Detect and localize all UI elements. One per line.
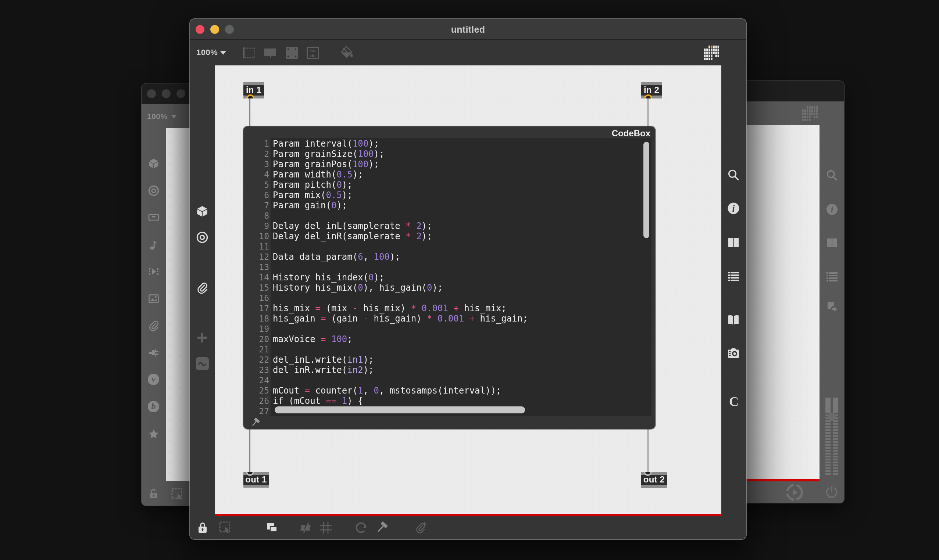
paint-bucket-icon[interactable] (340, 45, 353, 59)
gain-meters-icon[interactable] (825, 398, 838, 477)
code-line[interactable]: Delay del_inL(samplerate * 2); (273, 221, 528, 231)
outlet-object-out1[interactable]: out 1 (244, 472, 269, 488)
plug-icon[interactable] (148, 347, 160, 358)
paperclip-icon[interactable] (148, 320, 160, 331)
code-line[interactable] (273, 242, 528, 252)
svg-text:co: co (310, 48, 315, 53)
line-number: 24 (244, 375, 269, 385)
beap-icon[interactable]: b (148, 401, 159, 412)
line-number: 1 (244, 138, 269, 149)
code-line[interactable] (273, 293, 528, 303)
paperclip-icon[interactable] (196, 282, 208, 294)
pages-icon[interactable] (727, 236, 740, 249)
audio-target-icon[interactable] (196, 231, 208, 244)
drawer-icon[interactable] (148, 212, 160, 223)
bg-left-select-tool-icon[interactable] (171, 488, 184, 501)
minimize-button-inactive[interactable] (162, 89, 171, 98)
image-icon[interactable] (148, 293, 160, 305)
code-line[interactable]: Param width(0.5); (273, 169, 528, 180)
code-line[interactable]: Param gain(0); (273, 200, 528, 211)
book-icon[interactable] (727, 314, 740, 326)
inlet-object-in1[interactable]: in 1 (244, 82, 264, 98)
clip-add-icon[interactable] (414, 521, 427, 534)
codebox-title: CodeBox (612, 128, 651, 138)
code-line[interactable]: his_mix = (mix - his_mix) * 0.001 + his_… (273, 303, 528, 314)
codebox-object[interactable]: CodeBox 12345678910111213141516171819202… (244, 126, 655, 429)
bg-left-zoom-level[interactable]: 100% (147, 112, 168, 121)
gen-code-icon[interactable]: code (306, 46, 319, 60)
patch-cord-out2[interactable] (647, 429, 649, 472)
search-icon[interactable] (826, 169, 838, 182)
zoom-button-inactive[interactable] (176, 89, 185, 98)
code-line[interactable]: del_inR.write(in2); (273, 365, 528, 375)
chevron-down-icon[interactable] (220, 51, 226, 55)
browser-grid-icon[interactable] (802, 106, 818, 121)
list-icon[interactable] (826, 271, 838, 283)
code-line[interactable]: Param pitch(0); (273, 180, 528, 190)
select-tool-icon[interactable] (219, 521, 232, 534)
patch-cord-in1[interactable] (249, 98, 251, 126)
code-line[interactable]: if (mCout == 1) { (273, 396, 528, 406)
close-button-inactive[interactable] (147, 89, 156, 98)
list-icon[interactable] (727, 270, 740, 283)
code-line[interactable] (273, 375, 528, 385)
info-icon[interactable]: i (727, 202, 740, 215)
codebox-editor[interactable]: Param interval(100);Param grainSize(100)… (271, 138, 652, 416)
code-line[interactable]: History his_mix(0), his_gain(0); (273, 283, 528, 293)
code-line[interactable]: his_gain = (gain - his_gain) * 0.001 + h… (273, 314, 528, 324)
code-line[interactable]: mCout = counter(1, 0, mstosamps(interval… (273, 385, 528, 396)
code-line[interactable] (273, 324, 528, 334)
object-palette-cube-icon[interactable] (148, 158, 160, 169)
inlet-label: in 2 (641, 85, 662, 95)
pages-icon[interactable] (826, 237, 838, 249)
console-icon[interactable]: C (728, 395, 740, 408)
comment-icon[interactable] (264, 46, 277, 60)
power-icon[interactable] (825, 485, 839, 499)
object-palette-cube-icon[interactable] (196, 205, 208, 217)
lock-icon[interactable] (196, 521, 209, 534)
code-line[interactable]: Param grainSize(100); (273, 149, 528, 159)
export-icon[interactable] (826, 300, 838, 313)
codebox-vertical-scrollbar[interactable] (643, 142, 649, 238)
inlet-object-in2[interactable]: in 2 (641, 82, 662, 98)
code-line[interactable]: Data data_param(6, 100); (273, 252, 528, 262)
star-icon[interactable] (148, 428, 160, 440)
unlock-icon[interactable] (148, 488, 160, 500)
add-icon[interactable] (196, 332, 208, 343)
audio-target-icon[interactable] (148, 185, 160, 197)
code-line[interactable] (273, 344, 528, 355)
code-line[interactable]: Delay del_inR(samplerate * 2); (273, 231, 528, 242)
code-line[interactable] (273, 211, 528, 221)
code-line[interactable]: maxVoice = 100; (273, 334, 528, 344)
music-note-icon[interactable] (148, 239, 160, 251)
play-icon[interactable] (786, 483, 803, 501)
outlet-object-out2[interactable]: out 2 (641, 472, 667, 488)
code-line[interactable]: History his_index(0); (273, 272, 528, 283)
titlebar[interactable]: untitled (190, 19, 746, 40)
info-icon[interactable]: i (826, 203, 838, 216)
svg-text:i: i (831, 205, 834, 214)
zoom-level[interactable]: 100% (196, 48, 217, 57)
object-box-icon[interactable] (243, 46, 256, 60)
overlap-rectangles-icon[interactable] (265, 521, 278, 534)
code-line[interactable]: del_inL.write(in1); (273, 355, 528, 365)
line-number: 7 (244, 200, 269, 211)
step-sequencer-icon[interactable] (148, 266, 160, 277)
codebox-horizontal-scrollbar[interactable] (274, 406, 525, 413)
patch-cord-in2[interactable] (647, 98, 649, 126)
refresh-icon[interactable] (355, 521, 368, 534)
patcher-icon[interactable] (285, 46, 299, 60)
patch-cord-out1[interactable] (249, 429, 251, 472)
grid-icon[interactable] (319, 521, 332, 534)
audio-tilde-icon[interactable] (196, 357, 209, 371)
code-line[interactable]: Param grainPos(100); (273, 159, 528, 169)
code-line[interactable] (273, 262, 528, 272)
hammer-icon[interactable] (375, 521, 388, 534)
code-line[interactable]: Param interval(100); (273, 138, 528, 149)
mute-flag-icon[interactable] (299, 521, 313, 534)
browser-grid-icon[interactable] (704, 46, 719, 60)
search-icon[interactable] (727, 169, 740, 182)
code-line[interactable]: Param mix(0.5); (273, 190, 528, 200)
vizzie-icon[interactable]: v (148, 374, 159, 385)
camera-icon[interactable] (727, 347, 740, 359)
